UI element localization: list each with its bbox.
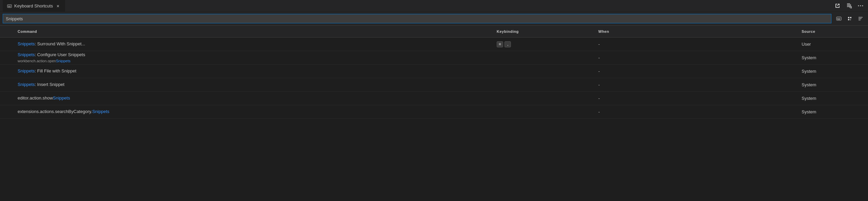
command-cell: Snippets: Surround With Snippet...	[15, 41, 494, 47]
when-cell: -	[596, 42, 799, 47]
command-suffix: : Surround With Snippet...	[35, 41, 85, 46]
command-suffix: : Insert Snippet	[35, 82, 64, 87]
key-badge-cmd: ⌘	[497, 41, 503, 47]
tab-bar: Keyboard Shortcuts ×	[0, 0, 868, 12]
svg-line-10	[851, 8, 852, 8]
when-cell: -	[596, 82, 799, 87]
row-edit-icon-cell: ✎	[1, 82, 15, 88]
when-cell: -	[596, 55, 799, 60]
svg-point-13	[862, 5, 863, 6]
sort-keybindings-button[interactable]	[856, 14, 865, 23]
svg-rect-4	[8, 6, 11, 6]
svg-rect-6	[847, 4, 851, 5]
source-cell: User	[799, 42, 867, 47]
table-row[interactable]: ✎ Snippets: Surround With Snippet... ⌘ .…	[0, 38, 868, 51]
keybindings-icon-button[interactable]	[834, 14, 844, 23]
source-cell: System	[799, 96, 867, 101]
command-suffix: : Configure User Snippets	[35, 52, 85, 57]
table-body: ✎ Snippets: Surround With Snippet... ⌘ .…	[0, 38, 868, 119]
row-edit-icon-cell: ✎	[1, 69, 15, 74]
source-cell: System	[799, 55, 867, 60]
command-highlight: Snippets	[53, 95, 70, 100]
svg-rect-5	[847, 3, 850, 4]
command-prefix: Snippets	[18, 41, 35, 46]
row-edit-icon-cell: ✎	[1, 42, 15, 47]
open-default-keybindings-button[interactable]	[833, 1, 842, 10]
svg-rect-16	[839, 18, 839, 19]
search-input[interactable]	[3, 14, 831, 23]
key-badge-dot: .	[504, 41, 511, 47]
tab-bar-left: Keyboard Shortcuts ×	[3, 0, 65, 12]
command-text: editor.action.showSnippets	[18, 95, 491, 101]
svg-rect-14	[836, 17, 841, 20]
col-header-command: Command	[15, 29, 494, 34]
source-cell: System	[799, 109, 867, 114]
command-line: Snippets: Configure User Snippets	[18, 52, 491, 58]
command-text: extensions.actions.searchByCategory.Snip…	[18, 109, 491, 115]
command-prefix: Snippets	[18, 52, 35, 57]
table-header: Command Keybinding When Source	[0, 26, 868, 38]
table-row[interactable]: ✎ Snippets: Insert Snippet - System	[0, 78, 868, 92]
keyboard-icon	[7, 3, 12, 9]
table-row[interactable]: ✎ extensions.actions.searchByCategory.Sn…	[0, 105, 868, 119]
when-cell: -	[596, 109, 799, 114]
row-edit-icon-cell: ✎	[1, 55, 15, 61]
command-prefix: Snippets	[18, 68, 35, 73]
command-text: Snippets: Surround With Snippet...	[18, 41, 491, 47]
svg-rect-7	[847, 5, 851, 6]
command-line: Snippets: Fill File with Snippet	[18, 68, 491, 74]
row-edit-icon-cell: ✎	[1, 96, 15, 101]
keybinding-cell: ⌘ .	[494, 41, 596, 47]
command-line: extensions.actions.searchByCategory.Snip…	[18, 109, 491, 115]
keyboard-shortcuts-tab[interactable]: Keyboard Shortcuts ×	[3, 0, 65, 12]
command-cell: editor.action.showSnippets	[15, 95, 494, 101]
open-user-keybindings-button[interactable]	[844, 1, 854, 10]
command-cell: Snippets: Configure User Snippets workbe…	[15, 52, 494, 64]
command-prefix-normal: extensions.actions.searchByCategory.	[18, 109, 92, 114]
configure-keybindings-button[interactable]	[845, 14, 854, 23]
table-row[interactable]: ✎ Snippets: Fill File with Snippet - Sys…	[0, 65, 868, 78]
svg-point-11	[858, 5, 859, 6]
more-actions-button[interactable]	[856, 1, 865, 10]
tab-bar-right	[833, 1, 865, 10]
when-cell: -	[596, 96, 799, 101]
command-text: Snippets: Insert Snippet	[18, 82, 491, 88]
command-sub-highlight: Snippets	[56, 59, 70, 63]
svg-rect-17	[840, 18, 840, 19]
source-cell: System	[799, 69, 867, 74]
when-cell: -	[596, 69, 799, 74]
command-prefix: Snippets	[18, 82, 35, 87]
col-header-keybinding: Keybinding	[494, 29, 596, 34]
command-prefix-normal: editor.action.show	[18, 95, 53, 100]
row-edit-icon-cell: ✎	[1, 109, 15, 115]
svg-rect-3	[10, 5, 11, 6]
command-line: editor.action.showSnippets	[18, 95, 491, 101]
svg-rect-2	[9, 5, 10, 6]
svg-rect-8	[847, 6, 850, 7]
command-text: Snippets: Fill File with Snippet	[18, 68, 491, 74]
command-cell: extensions.actions.searchByCategory.Snip…	[15, 109, 494, 115]
command-text: Snippets: Configure User Snippets workbe…	[18, 52, 491, 64]
svg-rect-15	[837, 18, 838, 19]
search-bar	[0, 12, 868, 26]
table-row[interactable]: ✎ Snippets: Configure User Snippets work…	[0, 51, 868, 65]
search-actions	[834, 14, 865, 23]
source-cell: System	[799, 82, 867, 87]
command-cell: Snippets: Fill File with Snippet	[15, 68, 494, 74]
command-line: Snippets: Surround With Snippet...	[18, 41, 491, 47]
tab-close-button[interactable]: ×	[55, 3, 61, 9]
command-line: Snippets: Insert Snippet	[18, 82, 491, 88]
svg-rect-1	[8, 5, 9, 6]
svg-rect-0	[7, 4, 12, 7]
svg-point-12	[860, 5, 861, 6]
tab-title: Keyboard Shortcuts	[14, 3, 53, 8]
col-header-when: When	[596, 29, 799, 34]
table-row[interactable]: ✎ editor.action.showSnippets - System	[0, 92, 868, 105]
command-sub: workbench.action.openSnippets	[18, 59, 491, 64]
command-suffix: : Fill File with Snippet	[35, 68, 77, 73]
svg-rect-18	[837, 19, 840, 20]
command-cell: Snippets: Insert Snippet	[15, 82, 494, 88]
col-header-source: Source	[799, 29, 867, 34]
command-highlight: Snippets	[92, 109, 109, 114]
